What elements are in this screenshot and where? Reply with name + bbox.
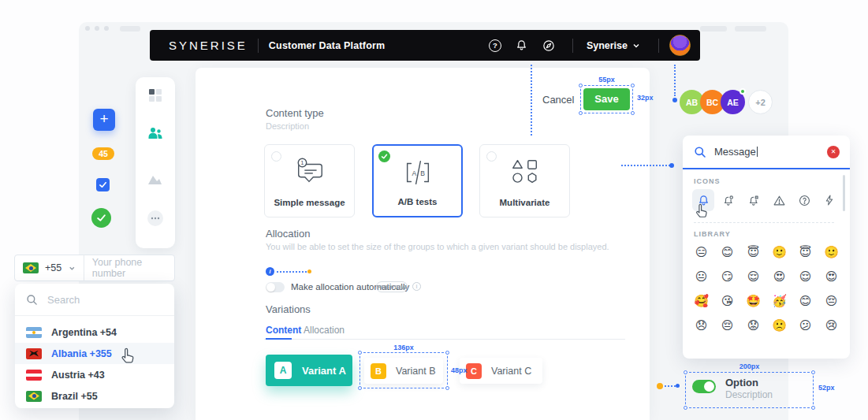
divider — [258, 39, 259, 53]
brazil-flag-icon — [26, 391, 42, 402]
brazil-flag-icon — [23, 262, 39, 273]
annotation-line — [621, 165, 670, 166]
divider — [84, 255, 84, 281]
image-icon[interactable] — [147, 171, 164, 188]
chevron-down-icon[interactable] — [69, 265, 76, 272]
annotation-line — [277, 271, 307, 273]
help-icon[interactable]: ? — [488, 39, 502, 53]
country-row[interactable]: Brazil +55 — [15, 385, 174, 407]
annotation-dot — [669, 163, 674, 168]
emoji-item[interactable]: 😑 — [688, 240, 714, 264]
cursor-hand-icon — [118, 348, 136, 366]
measurement-box — [685, 372, 814, 408]
emoji-item[interactable]: 😘 — [714, 288, 740, 313]
library-section-label: LIBRARY — [694, 230, 731, 238]
country-label: Argentina +54 — [51, 327, 117, 338]
help-circle-icon[interactable] — [793, 189, 815, 211]
emoji-item[interactable]: 😢 — [818, 313, 844, 337]
emoji-item[interactable]: 😊 — [792, 288, 818, 313]
emoji-item[interactable]: 🥰 — [688, 288, 714, 313]
variant-letter-badge: C — [466, 363, 482, 379]
emoji-item[interactable]: 😌 — [740, 264, 766, 288]
emoji-item[interactable]: 🙁 — [766, 313, 792, 337]
country-label: Austria +43 — [51, 370, 105, 381]
measurement-label: 52px — [818, 384, 835, 392]
search-icon — [694, 146, 706, 158]
info-icon[interactable]: i — [412, 282, 421, 291]
emoji-item[interactable]: 😍 — [818, 264, 844, 288]
compass-icon[interactable] — [542, 39, 556, 53]
emoji-item[interactable]: 🙂 — [818, 240, 844, 264]
country-row-highlighted[interactable]: Albania +355 — [15, 343, 174, 364]
multivariate-icon — [480, 156, 569, 188]
allocation-toggle[interactable] — [266, 282, 285, 292]
emoji-item[interactable]: 😊 — [714, 240, 740, 264]
emoji-item[interactable]: 😌 — [792, 264, 818, 288]
country-row[interactable]: Argentina +54 — [15, 322, 174, 343]
content-type-description: Description — [266, 121, 309, 131]
emoji-item[interactable]: 😞 — [688, 313, 714, 337]
emoji-item[interactable]: 😏 — [714, 264, 740, 288]
text-cursor — [757, 147, 758, 157]
emoji-item[interactable]: 😐 — [688, 264, 714, 288]
country-row[interactable]: Austria +43 — [15, 364, 174, 385]
card-simple-message[interactable]: 1 Simple message — [264, 144, 355, 217]
count-badge: 45 — [92, 147, 114, 160]
emoji-item[interactable]: 😍 — [766, 264, 792, 288]
warning-triangle-icon[interactable] — [768, 189, 790, 211]
variant-label: Variant A — [302, 365, 346, 377]
tab-content[interactable]: Content — [266, 325, 301, 336]
card-multivariate[interactable]: Multivariate — [479, 144, 570, 217]
country-search-input[interactable]: Search — [15, 284, 174, 315]
scrollbar[interactable] — [843, 175, 845, 211]
emoji-item[interactable]: 🙂 — [766, 240, 792, 264]
emoji-item[interactable]: 😕 — [792, 313, 818, 337]
traffic-light-icon — [104, 26, 109, 31]
more-avatars[interactable]: +2 — [748, 90, 773, 114]
bell-dot-icon[interactable] — [717, 189, 739, 211]
users-icon[interactable] — [147, 125, 164, 142]
argentina-flag-icon — [26, 327, 42, 338]
svg-text:1: 1 — [300, 159, 304, 166]
product-name: Customer Data Platform — [269, 40, 386, 51]
app-header: SYNERISE Customer Data Platform ? Syneri… — [150, 30, 700, 61]
variant-c-button[interactable]: C Variant C — [460, 358, 542, 384]
emoji-item[interactable]: 😟 — [740, 313, 766, 337]
emoji-picker: Message ✕ ICONS — [683, 136, 850, 359]
emoji-item[interactable]: 🤩 — [740, 288, 766, 313]
country-label: Albania +355 — [51, 348, 112, 359]
avatar[interactable]: AE — [721, 90, 745, 114]
grid-icon[interactable] — [147, 87, 164, 104]
success-check-icon — [91, 208, 111, 228]
add-button[interactable]: + — [93, 109, 115, 131]
phone-input[interactable]: +55 Your phone number — [14, 255, 175, 281]
account-menu[interactable]: Synerise — [587, 40, 628, 51]
albania-flag-icon — [26, 348, 42, 359]
cancel-button[interactable]: Cancel — [542, 94, 574, 106]
emoji-item[interactable]: 😔 — [714, 313, 740, 337]
more-icon[interactable] — [147, 210, 164, 227]
card-ab-tests[interactable]: A B A/B tests — [372, 144, 463, 217]
notifications-bell-icon[interactable] — [515, 39, 529, 53]
emoji-item[interactable]: 😇 — [740, 240, 766, 264]
variant-label: Variant C — [491, 366, 531, 377]
tab-divider — [264, 339, 625, 340]
checkbox-checked[interactable] — [96, 178, 110, 191]
sidebar — [136, 77, 175, 248]
clear-icon[interactable]: ✕ — [827, 146, 840, 158]
lightning-icon[interactable] — [818, 189, 840, 211]
variant-letter-badge: A — [274, 362, 292, 379]
picker-search-input[interactable]: Message — [714, 146, 758, 158]
user-avatar[interactable] — [669, 35, 691, 56]
tab-allocation[interactable]: Allocation — [304, 325, 345, 336]
icons-section-label: ICONS — [694, 177, 721, 185]
emoji-item[interactable]: 😇 — [792, 240, 818, 264]
ab-test-icon: A B — [374, 157, 461, 188]
cursor-hand-icon — [693, 203, 709, 221]
variant-a-button[interactable]: A Variant A — [266, 355, 352, 386]
emoji-item[interactable]: 😔 — [818, 288, 844, 313]
emoji-item[interactable]: 🥳 — [766, 288, 792, 313]
synerise-logo: SYNERISE — [169, 39, 248, 52]
bell-badge-icon[interactable] — [743, 189, 765, 211]
chevron-down-icon — [632, 42, 640, 50]
